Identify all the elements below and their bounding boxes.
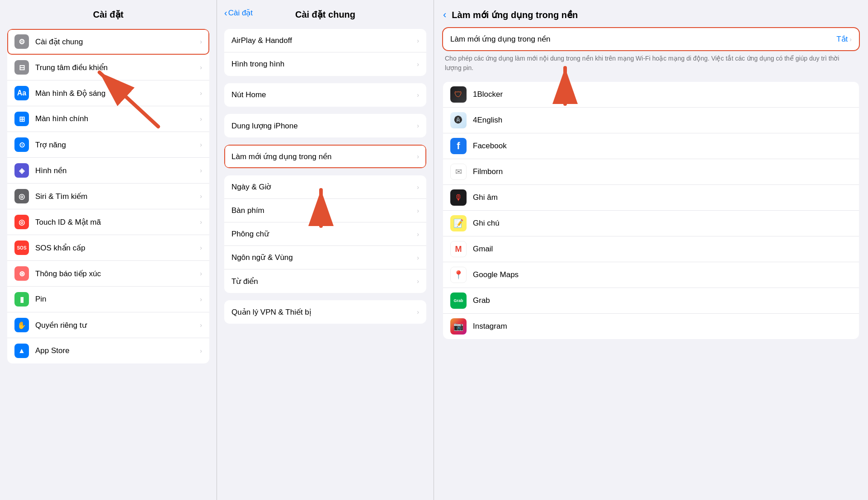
app-icon-gmail: M xyxy=(450,241,467,257)
mid-group-group1: AirPlay & Handoff›Hình trong hình› xyxy=(224,29,426,76)
mid-back-chevron: ‹ xyxy=(224,8,227,18)
left-item-chevron-hinh-nen: › xyxy=(200,167,202,174)
mid-group-group6: Quản lý VPN & Thiết bị› xyxy=(224,300,426,324)
mid-item-nut-home[interactable]: Nút Home› xyxy=(224,83,426,107)
app-item-facebook[interactable]: fFacebook xyxy=(443,133,859,159)
app-icon-filmborn: ✉ xyxy=(450,164,467,180)
mid-item-label-nut-home: Nút Home xyxy=(231,90,413,99)
mid-item-chevron-dung-luong: › xyxy=(417,122,419,129)
mid-column: ‹ Cài đặt Cài đặt chung AirPlay & Handof… xyxy=(217,0,434,500)
left-item-label-app-store: App Store xyxy=(35,346,196,355)
left-item-label-sos: SOS khẩn cấp xyxy=(35,243,196,253)
left-item-label-quyen-rieng-tu: Quyền riêng tư xyxy=(35,321,196,330)
control-icon: ⊟ xyxy=(14,60,29,75)
left-item-label-cai-dat-chung: Cài đặt chung xyxy=(35,37,196,47)
right-back-chevron: ‹ xyxy=(443,9,446,20)
left-item-trung-tam-dieu-khien[interactable]: ⊟Trung tâm điều khiển› xyxy=(7,55,209,80)
left-item-app-store[interactable]: ▲App Store› xyxy=(7,338,209,363)
right-back-button[interactable]: ‹ xyxy=(443,9,446,21)
mid-item-airplay[interactable]: AirPlay & Handoff› xyxy=(224,29,426,52)
mid-item-label-tu-dien: Từ điển xyxy=(231,277,413,286)
left-item-label-man-hinh-chinh: Màn hình chính xyxy=(35,114,196,123)
mid-item-lam-moi[interactable]: Làm mới ứng dụng trong nền› xyxy=(224,145,426,168)
mid-item-label-lam-moi: Làm mới ứng dụng trong nền xyxy=(231,152,413,161)
left-item-chevron-app-store: › xyxy=(200,347,202,354)
left-item-chevron-siri-tim-kiem: › xyxy=(200,193,202,200)
app-name-ghiam: Ghi âm xyxy=(473,193,852,202)
left-item-sos[interactable]: SOSSOS khẩn cấp› xyxy=(7,235,209,261)
wallpaper-icon: ◈ xyxy=(14,163,29,178)
left-item-man-hinh-chinh[interactable]: ⊞Màn hình chính› xyxy=(7,106,209,132)
left-item-pin[interactable]: ▮Pin› xyxy=(7,287,209,312)
left-item-thong-bao[interactable]: ⊛Thông báo tiếp xúc› xyxy=(7,261,209,287)
mid-title: Cài đặt chung xyxy=(224,9,426,20)
left-item-chevron-pin: › xyxy=(200,296,202,303)
mid-item-ban-phim[interactable]: Bàn phím› xyxy=(224,199,426,222)
app-item-filmborn[interactable]: ✉Filmborn xyxy=(443,159,859,185)
mid-item-tu-dien[interactable]: Từ điển› xyxy=(224,269,426,293)
app-item-ghiam[interactable]: 🎙Ghi âm xyxy=(443,185,859,211)
mid-back-label: Cài đặt xyxy=(228,8,253,18)
mid-item-chevron-quan-ly-vpn: › xyxy=(417,308,419,316)
mid-scroll[interactable]: AirPlay & Handoff›Hình trong hình›Nút Ho… xyxy=(217,25,434,500)
mid-item-chevron-nut-home: › xyxy=(417,91,419,99)
app-name-facebook: Facebook xyxy=(473,142,852,151)
app-item-instagram[interactable]: 📷Instagram xyxy=(443,314,859,339)
left-item-touch-id[interactable]: ◎Touch ID & Mật mã› xyxy=(7,209,209,235)
app-item-grab[interactable]: GrabGrab xyxy=(443,288,859,314)
app-item-googlemaps[interactable]: 📍Google Maps xyxy=(443,262,859,288)
option-value[interactable]: Tắt › xyxy=(836,34,852,44)
mid-item-chevron-airplay: › xyxy=(417,37,419,44)
mid-item-dung-luong[interactable]: Dung lượng iPhone› xyxy=(224,114,426,137)
left-item-chevron-tro-nang: › xyxy=(200,141,202,148)
app-icon-grab: Grab xyxy=(450,292,467,309)
left-title: Cài đặt xyxy=(7,9,209,20)
left-item-quyen-rieng-tu[interactable]: ✋Quyền riêng tư› xyxy=(7,312,209,338)
notify-icon: ⊛ xyxy=(14,266,29,281)
left-item-label-siri-tim-kiem: Siri & Tìm kiếm xyxy=(35,192,196,201)
mid-item-quan-ly-vpn[interactable]: Quản lý VPN & Thiết bị› xyxy=(224,300,426,324)
app-item-4english[interactable]: 🅐4English xyxy=(443,108,859,133)
left-item-chevron-man-hinh-do-sang: › xyxy=(200,90,202,97)
mid-item-chevron-lam-moi: › xyxy=(417,153,419,160)
left-item-chevron-cai-dat-chung: › xyxy=(200,38,202,45)
app-name-4english: 4English xyxy=(473,116,852,125)
left-group-main: ⚙Cài đặt chung›⊟Trung tâm điều khiển›AaM… xyxy=(7,29,209,363)
app-item-ghichu[interactable]: 📝Ghi chú xyxy=(443,211,859,236)
mid-item-chevron-hinh-trong-hinh: › xyxy=(417,61,419,68)
app-name-1blocker: 1Blocker xyxy=(473,90,852,99)
app-item-1blocker[interactable]: 🛡1Blocker xyxy=(443,82,859,108)
mid-item-phong-chu[interactable]: Phông chữ› xyxy=(224,222,426,246)
mid-item-label-ngon-ngu: Ngôn ngữ & Vùng xyxy=(231,253,413,262)
left-item-label-thong-bao: Thông báo tiếp xúc xyxy=(35,269,196,278)
mid-item-hinh-trong-hinh[interactable]: Hình trong hình› xyxy=(224,52,426,76)
left-column: Cài đặt ⚙Cài đặt chung›⊟Trung tâm điều k… xyxy=(0,0,217,500)
background-refresh-option[interactable]: Làm mới ứng dụng trong nền Tắt › xyxy=(443,28,859,50)
app-list: 🛡1Blocker🅐4EnglishfFacebook✉Filmborn🎙Ghi… xyxy=(443,82,859,339)
siri-icon: ◎ xyxy=(14,189,29,203)
left-scroll[interactable]: ⚙Cài đặt chung›⊟Trung tâm điều khiển›AaM… xyxy=(0,25,217,500)
mid-item-chevron-ngon-ngu: › xyxy=(417,254,419,261)
mid-item-ngay-gio[interactable]: Ngày & Giờ› xyxy=(224,175,426,199)
left-item-hinh-nen[interactable]: ◈Hình nền› xyxy=(7,158,209,184)
left-item-siri-tim-kiem[interactable]: ◎Siri & Tìm kiếm› xyxy=(7,184,209,209)
left-item-cai-dat-chung[interactable]: ⚙Cài đặt chung› xyxy=(7,29,209,55)
left-item-label-tro-nang: Trợ năng xyxy=(35,140,196,150)
touchid-icon: ◎ xyxy=(14,215,29,229)
app-name-gmail: Gmail xyxy=(473,245,852,254)
mid-group-group2: Nút Home› xyxy=(224,83,426,107)
app-name-instagram: Instagram xyxy=(473,322,852,331)
left-item-chevron-touch-id: › xyxy=(200,218,202,226)
accessibility-icon: ⊙ xyxy=(14,137,29,152)
battery-icon: ▮ xyxy=(14,292,29,307)
left-item-man-hinh-do-sang[interactable]: AaMàn hình & Độ sáng› xyxy=(7,80,209,106)
mid-group-group4: Làm mới ứng dụng trong nền› xyxy=(224,145,426,168)
option-value-text: Tắt xyxy=(836,34,848,44)
left-item-tro-nang[interactable]: ⊙Trợ năng› xyxy=(7,132,209,158)
app-name-grab: Grab xyxy=(473,296,852,305)
mid-item-ngon-ngu[interactable]: Ngôn ngữ & Vùng› xyxy=(224,246,426,269)
option-label: Làm mới ứng dụng trong nền xyxy=(450,34,551,44)
sos-icon: SOS xyxy=(14,241,29,255)
app-item-gmail[interactable]: MGmail xyxy=(443,236,859,262)
mid-back-button[interactable]: ‹ Cài đặt xyxy=(224,8,253,18)
